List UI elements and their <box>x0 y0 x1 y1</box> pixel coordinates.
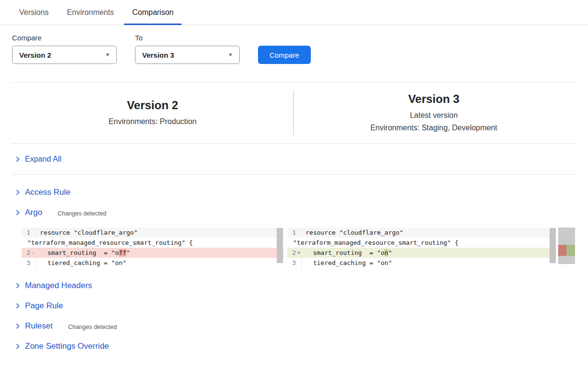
chevron-right-icon <box>14 282 25 289</box>
diff-line-code: resource "cloudflare_argo" <box>302 227 404 238</box>
sections-list: Access Rule Argo Changes detected 1resou… <box>0 175 588 356</box>
diff-line: 2- smart_routing = "off" <box>22 248 283 258</box>
expand-all-label: Expand All <box>25 155 61 164</box>
expand-all-button[interactable]: Expand All <box>12 144 575 175</box>
to-label: To <box>135 34 240 42</box>
compare-controls: Compare Version 2 ▼ To Version 3 ▼ Compa… <box>0 25 588 82</box>
section-page-rule[interactable]: Page Rule <box>0 296 588 316</box>
diff-line-number: 2+ <box>287 248 302 258</box>
diff-line-code: } <box>36 268 44 270</box>
chevron-down-icon: ▼ <box>105 52 110 57</box>
diff-line-number: 3 <box>22 258 36 268</box>
compare-label: Compare <box>12 34 117 42</box>
compare-from-select[interactable]: Version 2 ▼ <box>12 46 117 64</box>
chevron-right-icon <box>14 189 25 196</box>
chevron-down-icon: ▼ <box>228 52 233 57</box>
version-left-environments: Environments: Production <box>109 115 196 128</box>
diff-line-number <box>287 268 302 270</box>
diff-line: } <box>22 268 283 270</box>
diff-line: "terraform_managed_resource_smart_routin… <box>287 238 556 248</box>
version-right-title: Version 3 <box>408 92 460 106</box>
diff-line-number: 1 <box>287 227 302 238</box>
section-label: Access Rule <box>25 188 70 197</box>
argo-diff-viewer: 1resource "cloudflare_argo""terraform_ma… <box>22 227 588 270</box>
chevron-right-icon <box>14 343 25 350</box>
section-access-rule[interactable]: Access Rule <box>0 182 588 202</box>
diff-panel-right: 1resource "cloudflare_argo""terraform_ma… <box>287 227 556 270</box>
section-ruleset[interactable]: Ruleset Changes detected <box>0 316 588 336</box>
diff-line-code: "terraform_managed_resource_smart_routin… <box>22 238 193 248</box>
vertical-divider <box>293 91 294 135</box>
chevron-right-icon <box>14 156 25 163</box>
diff-line: 3 tiered_caching = "on" <box>22 258 283 268</box>
diff-line-number: 2- <box>22 248 36 258</box>
diff-line-number: 1 <box>22 227 36 238</box>
tab-comparison[interactable]: Comparison <box>132 0 173 25</box>
section-label: Argo <box>25 208 42 217</box>
diff-line-code: tiered_caching = "on" <box>36 258 126 268</box>
version-headers: Version 2 Environments: Production Versi… <box>12 83 575 144</box>
diff-line: 2+ smart_routing = "on" <box>287 248 556 258</box>
changes-detected-badge: Changes detected <box>58 209 106 217</box>
diff-line-number: 3 <box>287 258 302 268</box>
compare-from-field: Compare Version 2 ▼ <box>12 34 117 64</box>
minimap-removed-marker <box>558 245 566 256</box>
version-right-environments: Environments: Staging, Development <box>370 122 497 134</box>
section-managed-headers[interactable]: Managed Headers <box>0 276 588 296</box>
compare-from-value: Version 2 <box>19 51 51 59</box>
minimap-added-marker <box>566 245 575 256</box>
tab-environments[interactable]: Environments <box>67 0 114 25</box>
version-left-title: Version 2 <box>127 99 178 112</box>
version-right-latest-label: Latest version <box>410 109 458 122</box>
tab-versions[interactable]: Versions <box>19 0 49 25</box>
version-header-right: Version 3 Latest version Environments: S… <box>293 83 575 143</box>
diff-line-code: resource "cloudflare_argo" <box>36 227 138 238</box>
diff-line: } <box>287 268 556 270</box>
diff-line-code: smart_routing = "off" <box>36 248 130 258</box>
diff-line-code: tiered_caching = "on" <box>302 258 392 268</box>
version-header-left: Version 2 Environments: Production <box>12 83 293 143</box>
diff-line: 1resource "cloudflare_argo" <box>22 227 283 238</box>
diff-line-number <box>22 268 36 270</box>
diff-line-code: smart_routing = "on" <box>302 248 392 258</box>
diff-line: "terraform_managed_resource_smart_routin… <box>22 238 283 248</box>
section-label: Page Rule <box>25 301 63 311</box>
diff-line: 1resource "cloudflare_argo" <box>287 227 556 238</box>
diff-minimap <box>558 227 575 264</box>
chevron-right-icon <box>14 303 25 309</box>
compare-to-field: To Version 3 ▼ <box>135 34 240 64</box>
diff-line-code: "terraform_managed_resource_smart_routin… <box>287 238 458 248</box>
scrollbar-thumb[interactable] <box>277 228 283 263</box>
changes-detected-badge: Changes detected <box>68 322 117 330</box>
tab-bar: Versions Environments Comparison <box>0 0 588 25</box>
compare-to-select[interactable]: Version 3 ▼ <box>135 46 240 64</box>
section-zone-settings-override[interactable]: Zone Settings Override <box>0 336 588 356</box>
diff-panel-left: 1resource "cloudflare_argo""terraform_ma… <box>22 227 283 270</box>
section-label: Managed Headers <box>25 281 92 291</box>
section-label: Zone Settings Override <box>25 341 109 351</box>
chevron-right-icon <box>14 209 25 216</box>
compare-button[interactable]: Compare <box>258 46 311 64</box>
chevron-right-icon <box>14 323 25 329</box>
section-argo[interactable]: Argo Changes detected <box>0 202 588 223</box>
section-label: Ruleset <box>25 321 53 331</box>
diff-line-code: } <box>302 268 309 270</box>
diff-line: 3 tiered_caching = "on" <box>287 258 556 268</box>
scrollbar-thumb[interactable] <box>550 228 556 263</box>
compare-to-value: Version 3 <box>142 51 174 59</box>
